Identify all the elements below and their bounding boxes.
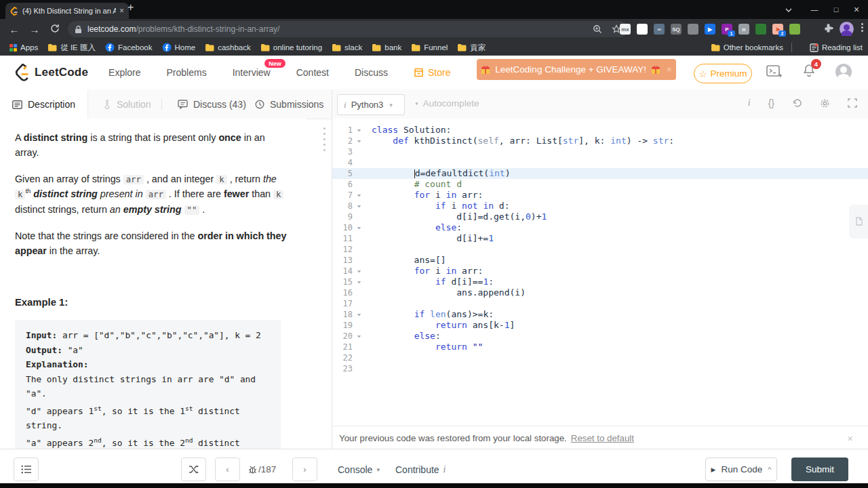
editor-info-icon[interactable]: i — [748, 98, 751, 108]
ext-sprout-icon[interactable] — [755, 24, 766, 35]
run-code-button[interactable]: ▶ Run Code ^ — [705, 458, 777, 481]
browser-menu-icon[interactable] — [861, 23, 863, 32]
fold-arrow-icon[interactable] — [353, 331, 365, 342]
fold-arrow-icon[interactable] — [353, 309, 365, 320]
code-line[interactable]: 12 — [332, 244, 868, 255]
ext-mx-icon[interactable]: mx — [620, 24, 631, 35]
tab-description[interactable]: Description — [0, 89, 88, 119]
code-line[interactable]: 1class Solution: — [332, 125, 868, 136]
ext-oval-icon[interactable] — [637, 24, 648, 35]
zoom-icon[interactable] — [593, 24, 602, 34]
ext-p-icon[interactable]: P1 — [722, 24, 732, 35]
new-tab-button[interactable]: + — [127, 1, 134, 14]
code-line[interactable]: 6 # count d — [332, 179, 868, 190]
reset-code-icon[interactable] — [792, 98, 802, 108]
leetcoding-challenge-banner[interactable]: LeetCoding Challenge + GIVEAWAY! × — [477, 59, 676, 80]
bookmark-item[interactable]: Facebook — [105, 43, 153, 52]
bookmark-item[interactable]: bank — [372, 43, 401, 52]
window-minimize-button[interactable]: — — [806, 0, 823, 19]
ext-link-icon[interactable]: ∞ — [654, 24, 665, 35]
ext-fl-icon[interactable]: n — [738, 24, 749, 35]
notifications-bell[interactable]: 4 — [803, 64, 815, 80]
code-line[interactable]: 13 ans=[] — [332, 255, 868, 266]
format-braces-icon[interactable]: {} — [768, 98, 774, 108]
fold-arrow-icon[interactable] — [353, 222, 365, 233]
bookmark-item[interactable]: Funnel — [411, 43, 448, 52]
bookmark-item[interactable]: online tutoring — [260, 43, 322, 52]
bookmark-item[interactable]: Home — [162, 43, 196, 52]
playground-terminal-icon[interactable] — [766, 65, 783, 79]
ext-play-icon[interactable]: ▶ — [705, 24, 715, 35]
code-line[interactable]: 22 — [332, 352, 868, 363]
next-question-button[interactable]: › — [292, 458, 317, 481]
question-position-indicator[interactable]: /187 — [248, 458, 276, 481]
code-line[interactable]: 17 — [332, 298, 868, 309]
code-editor[interactable]: 1class Solution:2 def kthDistinct(self, … — [332, 119, 868, 426]
bookmark-item[interactable]: slack — [332, 43, 362, 52]
bookmark-item[interactable]: Reading list — [810, 43, 863, 52]
ext-grid-icon[interactable] — [789, 24, 800, 35]
fold-arrow-icon[interactable] — [353, 190, 365, 201]
window-maximize-button[interactable]: □ — [827, 0, 845, 19]
premium-button[interactable]: ☆ Premium — [694, 64, 752, 83]
panel-resize-handle[interactable] — [323, 127, 326, 151]
autocomplete-toggle[interactable]: ● Autocomplete — [415, 98, 479, 108]
code-line[interactable]: 14 for i in arr: — [332, 266, 868, 277]
code-line[interactable]: 20 else: — [332, 331, 868, 342]
tab-solution[interactable]: Solution — [91, 89, 163, 119]
ext-sq-icon[interactable]: SQ — [671, 24, 682, 35]
code-line[interactable]: 8 if i not in d: — [332, 201, 868, 211]
problem-list-button[interactable] — [14, 458, 39, 481]
nav-discuss[interactable]: Discuss — [355, 67, 388, 78]
code-line[interactable]: 18 if len(ans)>=k: — [332, 309, 868, 320]
bookmark-item[interactable]: Other bookmarks — [711, 43, 783, 52]
code-line[interactable]: 19 return ans[k-1] — [332, 320, 868, 331]
code-line[interactable]: 9 d[i]=d.get(i,0)+1 — [332, 211, 868, 222]
ext-arrow-icon[interactable]: ➤2 — [772, 24, 783, 35]
user-avatar[interactable] — [835, 64, 852, 80]
browser-tab[interactable]: (4) Kth Distinct String in an Array × — [5, 3, 129, 19]
reset-to-default-link[interactable]: Reset to default — [571, 433, 634, 443]
banner-close-icon[interactable]: × — [667, 64, 672, 75]
fullscreen-icon[interactable] — [848, 98, 857, 108]
code-line[interactable]: 15 if d[i]==1: — [332, 277, 868, 287]
ext-cam-icon[interactable] — [688, 24, 698, 35]
language-select[interactable]: i Python3 ▾ — [337, 94, 405, 115]
code-line[interactable]: 10 else: — [332, 222, 868, 233]
tab-search-button[interactable] — [780, 0, 797, 19]
tab-submissions[interactable]: Submissions — [243, 89, 336, 119]
reload-button[interactable] — [45, 24, 65, 35]
fold-arrow-icon[interactable] — [353, 136, 365, 146]
forward-button[interactable]: → — [24, 24, 45, 35]
bookmark-item[interactable]: Apps — [9, 43, 38, 52]
nav-interview[interactable]: InterviewNew — [233, 67, 271, 78]
nav-store[interactable]: Store — [414, 67, 450, 78]
code-line[interactable]: 11 d[i]+=1 — [332, 233, 868, 244]
code-line[interactable]: 4 — [332, 157, 868, 168]
restore-close-icon[interactable]: × — [847, 432, 853, 444]
bookmark-item[interactable]: 貢家 — [457, 43, 486, 53]
settings-gear-icon[interactable] — [820, 98, 830, 108]
puzzle-extensions-icon[interactable] — [823, 23, 834, 37]
copy-code-widget[interactable] — [849, 205, 868, 239]
fold-arrow-icon[interactable] — [353, 125, 365, 136]
previous-question-button[interactable]: ‹ — [215, 458, 240, 481]
submit-button[interactable]: Submit — [791, 458, 848, 481]
code-line[interactable]: 3 — [332, 146, 868, 157]
code-line[interactable]: 16 ans.append(i) — [332, 287, 868, 298]
nav-explore[interactable]: Explore — [108, 67, 140, 78]
back-button[interactable]: ← — [4, 24, 24, 35]
nav-problems[interactable]: Problems — [167, 67, 207, 78]
address-bar[interactable]: leetcode.com/problems/kth-distinct-strin… — [68, 21, 628, 37]
tab-close-icon[interactable]: × — [119, 6, 124, 16]
code-line[interactable]: 2 def kthDistinct(self, arr: List[str], … — [332, 136, 868, 146]
nav-contest[interactable]: Contest — [296, 67, 329, 78]
code-line[interactable]: 7 for i in arr: — [332, 190, 868, 201]
console-toggle[interactable]: Console▾ — [338, 458, 380, 481]
window-close-button[interactable]: × — [848, 0, 865, 19]
fold-arrow-icon[interactable] — [353, 266, 365, 277]
code-line[interactable]: 23 — [332, 363, 868, 374]
bookmark-item[interactable]: cashback — [205, 43, 251, 52]
fold-arrow-icon[interactable] — [353, 277, 365, 287]
bookmark-item[interactable]: 從 IE 匯入 — [47, 43, 96, 53]
